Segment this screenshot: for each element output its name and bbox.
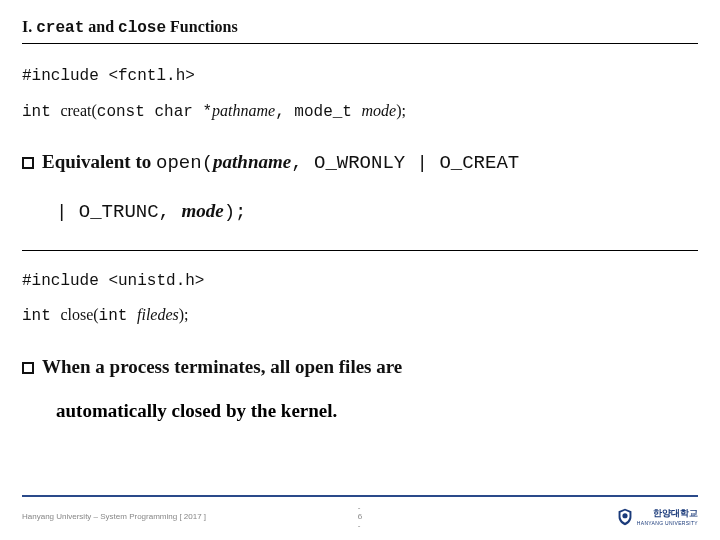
include-unistd: #include <unistd.h> int close(int filede… [22,269,698,330]
proto2-kw3: ); [179,306,189,323]
svg-point-0 [622,513,627,518]
proto1-kw3: , mode_t [275,103,361,121]
footer: Hanyang University – System Programming … [22,495,698,530]
title-rest: Functions [166,18,238,35]
include-line-1: #include <fcntl.h> [22,64,698,90]
footer-right: 한양대학교 HANYANG UNIVERSITY [362,507,698,526]
university-logo: 한양대학교 HANYANG UNIVERSITY [617,507,698,526]
proto1-kw1: int [22,103,60,121]
bullet1-flags: , O_WRONLY | O_CREAT [291,152,519,174]
bullet-equivalent: Equivalent to open(pathname, O_WRONLY | … [22,143,698,182]
prototype-creat: int creat(const char *pathname, mode_t m… [22,98,698,126]
bullet1c-m1: | O_TRUNC, [56,201,181,223]
bullet1c-arg: mode [181,200,223,221]
bullet-square-icon-2 [22,362,34,374]
bullet1-lead: Equivalent to [42,151,156,172]
bullet2-text: When a process terminates, all open file… [42,356,402,377]
proto2-kw2: int [99,307,137,325]
bullet1-open: open( [156,152,213,174]
title-roman: I. [22,18,36,35]
footer-left: Hanyang University – System Programming … [22,512,358,521]
proto2-kw1: int [22,307,60,325]
separator [22,250,698,251]
bullet-terminate: When a process terminates, all open file… [22,348,698,386]
include-line-2: #include <unistd.h> [22,269,698,295]
title-mono-close: close [118,19,166,37]
proto1-kw2: const char * [97,103,212,121]
proto1-arg2: mode [362,102,397,119]
proto1-arg1: pathname [212,102,275,119]
include-fcntl: #include <fcntl.h> int creat(const char … [22,64,698,125]
bullet-equivalent-cont: | O_TRUNC, mode); [56,196,698,227]
logo-text-wrap: 한양대학교 HANYANG UNIVERSITY [637,507,698,526]
proto1-fn: creat( [60,102,96,119]
slide-title: I. creat and close Functions [22,18,698,44]
prototype-close: int close(int filedes); [22,302,698,330]
bullet1-arg: pathname [213,151,291,172]
bullet-square-icon [22,157,34,169]
slide: I. creat and close Functions #include <f… [0,0,720,540]
title-mono-creat: creat [36,19,84,37]
logo-korean: 한양대학교 [653,508,698,518]
logo-english: HANYANG UNIVERSITY [637,520,698,526]
proto1-kw4: ); [396,102,406,119]
bullet-terminate-cont: automatically closed by the kernel. [56,400,698,422]
proto2-fn: close( [60,306,98,323]
bullet1c-m2: ); [224,201,247,223]
title-and: and [84,18,118,35]
proto2-arg1: filedes [137,306,179,323]
shield-icon [617,508,633,526]
